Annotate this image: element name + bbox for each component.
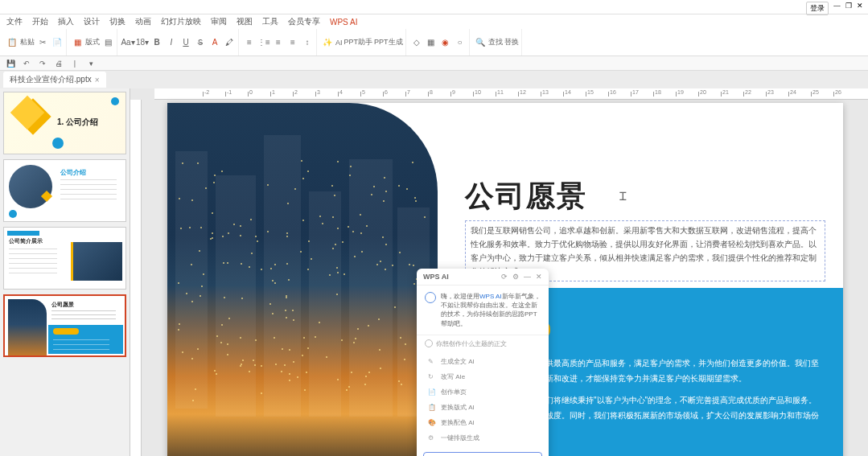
ai-refresh-icon[interactable]: ⟳ (501, 273, 508, 281)
menu-工具[interactable]: 工具 (262, 16, 278, 27)
align-center-icon[interactable]: ≡ (286, 36, 299, 49)
arrange-icon[interactable]: ▦ (425, 36, 438, 49)
qat-more[interactable]: ▾ (85, 58, 97, 69)
ai-opt-更换配色 AI[interactable]: 🎨更换配色 AI (417, 415, 549, 430)
slide-thumb-2[interactable]: 公司介绍 (3, 159, 126, 222)
ai-input-field[interactable]: AI生成全文 (423, 452, 542, 456)
horizontal-ruler: -2-1012345678910111213141516171819202122… (154, 88, 868, 100)
ai-opt-icon: 📄 (428, 388, 436, 396)
minimize-icon[interactable]: 一 (833, 2, 841, 15)
thumb4-title: 公司愿景 (51, 301, 74, 309)
redo-icon[interactable]: ↷ (37, 58, 48, 69)
ai-opt-创作单页[interactable]: 📄创作单页 (417, 384, 549, 400)
save-icon[interactable]: 💾 (5, 58, 16, 69)
paste-label: 粘贴 (20, 37, 35, 47)
login-button[interactable]: 登录 (806, 2, 829, 15)
section-icon[interactable]: ▤ (101, 36, 114, 49)
thumb2-title: 公司介绍 (60, 168, 86, 177)
print-icon[interactable]: 🖨 (53, 58, 64, 69)
ai-minimize-icon[interactable]: — (524, 273, 531, 281)
shapes-icon[interactable]: ◇ (410, 36, 423, 49)
strike-icon[interactable]: S̶ (194, 36, 207, 49)
ribbon: 📋 粘贴 ✂ 📄 ▦ 版式 ▤ Aa▾ 18▾ B I U S̶ A 🖍 ≡ ⋮… (0, 29, 868, 56)
menu-文件[interactable]: 文件 (6, 16, 23, 27)
italic-icon[interactable]: I (165, 36, 178, 49)
font-size[interactable]: 18▾ (136, 36, 149, 49)
ai-avatar-icon (425, 292, 436, 303)
menu-视图[interactable]: 视图 (237, 16, 253, 27)
qat-sep: | (69, 58, 80, 69)
new-slide-icon[interactable]: ▦ (71, 36, 84, 49)
ai-opt-一键排版生成[interactable]: ⚙一键排版生成 (417, 430, 549, 446)
find-label: 查找 (488, 37, 503, 47)
menu-WPS AI[interactable]: WPS AI (330, 18, 357, 27)
ai-greeting: 嗨，欢迎使用WPS AI新年新气象，不如让我帮你自由出发。在这全新的技术，为你持… (441, 292, 541, 328)
align-left-icon[interactable]: ≡ (272, 36, 285, 49)
font-dropdown[interactable]: Aa▾ (121, 36, 134, 49)
wps-ai-panel: WPS AI ⟳ ⚙ — ✕ 嗨，欢迎使用WPS AI新年新气象，不如让我帮你自… (417, 269, 549, 456)
ai-settings-icon[interactable]: ⚙ (512, 273, 519, 281)
slide-photo (167, 103, 438, 456)
font-color-icon[interactable]: A (208, 36, 221, 49)
menu-幻灯片放映[interactable]: 幻灯片放映 (161, 16, 201, 27)
text-cursor-icon: Ꮖ (619, 190, 627, 203)
ai-opt-icon: ✎ (428, 358, 436, 365)
bold-icon[interactable]: B (150, 36, 163, 49)
menu-动画[interactable]: 动画 (135, 16, 151, 27)
ai-opt-icon: ⚙ (428, 434, 436, 442)
ai-label: AI (335, 39, 343, 47)
close-window-icon[interactable]: ✕ (857, 2, 863, 15)
restore-icon[interactable]: ❐ (845, 2, 852, 15)
menu-审阅[interactable]: 审阅 (211, 16, 227, 27)
layout-label[interactable]: 版式 (85, 37, 100, 47)
ai-opt-icon: 🎨 (428, 419, 436, 426)
thumb1-title: 1. 公司介绍 (57, 117, 98, 128)
paste-icon[interactable]: 📋 (6, 36, 19, 49)
thumb3-title: 公司简介展示 (9, 237, 43, 245)
ai-panel-title: WPS AI (423, 273, 449, 281)
ai-close-icon[interactable]: ✕ (536, 273, 542, 281)
undo-icon[interactable]: ↶ (21, 58, 32, 69)
slide-thumb-3[interactable]: 公司简介展示 (3, 227, 126, 290)
ai-prompt-hint: 你想创作什么主题的正文 (417, 335, 549, 352)
slide-thumb-4[interactable]: 公司愿景 (3, 294, 126, 357)
document-tabbar: 科技企业宣传介绍.pptx × (0, 71, 868, 88)
bullets-icon[interactable]: ≡ (243, 36, 256, 49)
doc-tab-label: 科技企业宣传介绍.pptx (10, 74, 92, 85)
menu-设计[interactable]: 设计 (84, 16, 100, 27)
quick-access-toolbar: 💾 ↶ ↷ 🖨 | ▾ (0, 56, 868, 71)
menu-插入[interactable]: 插入 (58, 16, 74, 27)
menu-会员专享[interactable]: 会员专享 (288, 16, 320, 27)
document-tab[interactable]: 科技企业宣传介绍.pptx × (3, 72, 106, 88)
slide-canvas: -2-1012345678910111213141516171819202122… (130, 88, 868, 456)
slide-title[interactable]: 公司愿景 (465, 177, 587, 216)
cut-icon[interactable]: ✂ (36, 36, 49, 49)
numbering-icon[interactable]: ⋮≡ (257, 36, 270, 49)
replace-label[interactable]: 替换 (504, 37, 519, 47)
menu-开始[interactable]: 开始 (32, 16, 48, 27)
vertical-ruler (130, 100, 142, 456)
close-tab-icon[interactable]: × (95, 76, 100, 84)
ai-beauty-icon[interactable]: ✨ (321, 36, 334, 49)
highlight-icon[interactable]: 🖍 (223, 36, 236, 49)
outline-icon[interactable]: ○ (454, 36, 467, 49)
ai-hint-icon (425, 339, 433, 347)
ai-opt-icon: ↻ (428, 373, 436, 380)
copy-icon[interactable]: 📄 (51, 36, 64, 49)
ppt-help-label[interactable]: PPT助手 (344, 37, 373, 47)
slide-editor[interactable]: 公司愿景 Ꮖ 我们是互联网销售公司，追求卓越和创新。采用新零售大和大数据互联网，… (167, 103, 843, 456)
find-icon[interactable]: 🔍 (474, 36, 487, 49)
menu-切换[interactable]: 切换 (109, 16, 125, 27)
ai-opt-生成全文 AI[interactable]: ✎生成全文 AI (417, 354, 549, 369)
ppt-gen-label[interactable]: PPT生成 (374, 37, 403, 47)
fill-icon[interactable]: ◉ (439, 36, 452, 49)
ai-opt-icon: 📋 (428, 404, 436, 411)
ai-opt-更换版式 AI[interactable]: 📋更换版式 AI (417, 400, 549, 415)
line-spacing-icon[interactable]: ↕ (301, 36, 314, 49)
slide-thumb-1[interactable]: 1. 公司介绍 (3, 92, 126, 154)
slide-thumbnails-panel: 1. 公司介绍 公司介绍 公司简介展示 公司愿景 (0, 88, 130, 456)
underline-icon[interactable]: U (179, 36, 192, 49)
ai-opt-改写 AIe[interactable]: ↻改写 AIe (417, 369, 549, 384)
